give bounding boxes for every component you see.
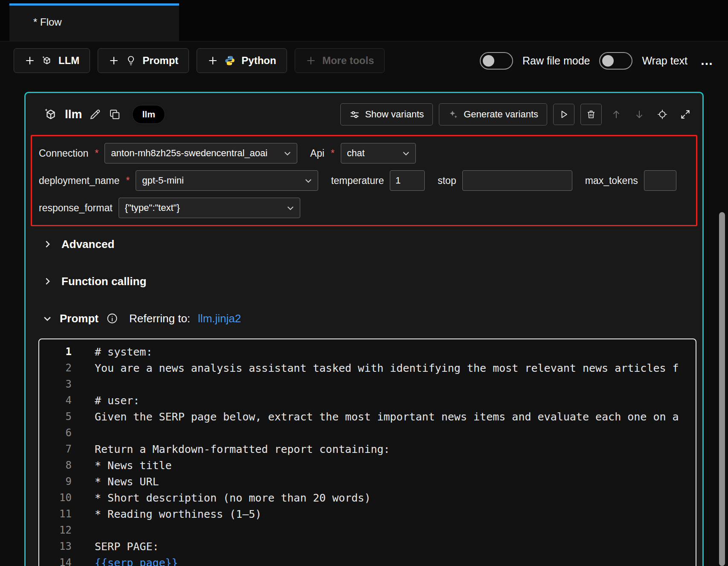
move-down-button [631, 106, 648, 123]
connection-select[interactable]: anton-mh8zh25s-swedencentral_aoai [104, 143, 297, 163]
stop-label: stop [438, 175, 456, 187]
deployment-name-value: gpt-5-mini [142, 175, 184, 186]
scrollbar-thumb[interactable] [719, 212, 725, 566]
line-text: Given the SERP page below, extract the m… [72, 411, 679, 423]
prompt-label: Prompt [60, 312, 99, 325]
edit-name-button[interactable] [89, 108, 102, 121]
deployment-name-select[interactable]: gpt-5-mini [136, 170, 318, 191]
jinja-file-link[interactable]: llm.jinja2 [198, 312, 241, 325]
show-variants-label: Show variants [365, 109, 424, 120]
generate-variants-label: Generate variants [464, 109, 538, 120]
expand-node-button[interactable] [677, 106, 694, 123]
run-node-button[interactable] [553, 104, 574, 125]
response-format-select[interactable]: {"type":"text"} [119, 198, 300, 218]
plus-icon [24, 55, 35, 66]
line-number: 1 [39, 346, 72, 358]
trash-icon [586, 109, 596, 120]
active-tab-accent [9, 3, 179, 6]
max-tokens-input[interactable] [644, 170, 676, 191]
line-text: # system: [72, 346, 152, 358]
llm-node-card: llm llm Show variants Generate variants [24, 92, 704, 566]
code-line[interactable]: 13 SERP PAGE: [39, 538, 696, 554]
temperature-input[interactable] [390, 170, 425, 191]
temperature-label: temperature [331, 175, 384, 187]
code-line[interactable]: 5 Given the SERP page below, extract the… [39, 408, 696, 425]
param-row-3: response_format {"type":"text"} [39, 198, 689, 218]
api-select[interactable]: chat [341, 143, 416, 163]
code-line[interactable]: 7 Return a Markdown-formatted report con… [39, 441, 696, 457]
raw-file-mode-toggle[interactable] [480, 52, 513, 70]
code-line[interactable]: 1 # system: [39, 344, 696, 360]
vertical-scrollbar[interactable] [718, 0, 726, 566]
show-variants-button[interactable]: Show variants [340, 103, 433, 125]
code-line[interactable]: 10 * Short description (no more than 20 … [39, 490, 696, 506]
more-tools-button: More tools [295, 48, 385, 73]
line-number: 14 [39, 557, 72, 566]
code-line[interactable]: 8 * News title [39, 457, 696, 473]
toggle-knob [602, 55, 614, 67]
info-icon[interactable] [106, 312, 118, 324]
add-python-label: Python [241, 55, 276, 67]
copy-icon [108, 108, 121, 121]
code-line[interactable]: 11 * Reading worthiness (1–5) [39, 506, 696, 522]
code-line[interactable]: 6 [39, 425, 696, 441]
required-marker: * [126, 175, 130, 187]
chevron-down-icon [304, 176, 313, 185]
expand-icon [680, 109, 691, 120]
generate-variants-button[interactable]: Generate variants [439, 103, 547, 125]
function-calling-label: Function calling [61, 275, 146, 288]
code-line[interactable]: 4 # user: [39, 392, 696, 408]
more-tools-label: More tools [322, 55, 374, 67]
param-row-1: Connection * anton-mh8zh25s-swedencentra… [39, 143, 689, 163]
line-text: * Reading worthiness (1–5) [72, 508, 261, 520]
llm-icon [41, 55, 52, 66]
python-icon [224, 55, 235, 66]
toggle-knob [483, 55, 494, 67]
advanced-section-toggle[interactable]: Advanced [26, 236, 702, 252]
stop-input[interactable] [462, 170, 572, 191]
node-type-badge: llm [132, 105, 165, 124]
line-number: 13 [39, 540, 72, 552]
add-llm-button[interactable]: LLM [14, 48, 90, 73]
line-number: 11 [39, 508, 72, 520]
arrow-up-icon [611, 109, 622, 120]
line-number: 5 [39, 411, 72, 423]
locate-node-button[interactable] [654, 106, 671, 123]
line-text: * Short description (no more than 20 wor… [72, 492, 371, 504]
tab-bar: * Flow [0, 0, 728, 41]
code-line[interactable]: 14 {{serp_page}} [39, 554, 696, 566]
copy-node-button[interactable] [108, 108, 121, 121]
function-calling-section-toggle[interactable]: Function calling [26, 274, 702, 289]
llm-icon [44, 107, 58, 122]
chevron-right-icon [43, 239, 52, 249]
required-marker: * [331, 148, 335, 159]
connection-label: Connection [39, 148, 88, 159]
advanced-label: Advanced [61, 238, 114, 251]
prompt-code-editor[interactable]: 1 # system: 2 You are a news analysis as… [38, 338, 696, 566]
wrap-text-toggle[interactable] [599, 52, 632, 70]
chevron-down-icon [283, 149, 292, 158]
code-line[interactable]: 3 [39, 376, 696, 392]
line-number: 8 [39, 459, 72, 471]
add-prompt-button[interactable]: Prompt [98, 48, 189, 73]
chevron-down-icon [402, 149, 410, 158]
delete-node-button[interactable] [580, 104, 602, 125]
template-variable: {{serp_page}} [72, 557, 178, 566]
code-line[interactable]: 2 You are a news analysis assistant task… [39, 360, 696, 376]
param-row-2: deployment_name * gpt-5-mini temperature… [39, 170, 689, 191]
node-title: llm [65, 108, 82, 121]
line-number: 12 [39, 524, 72, 536]
wrap-text-label: Wrap text [642, 55, 687, 67]
code-line[interactable]: 9 * News URL [39, 473, 696, 490]
tab-flow-label: * Flow [33, 16, 62, 28]
deployment-name-label: deployment_name [39, 175, 119, 187]
code-line[interactable]: 12 [39, 522, 696, 538]
tab-flow[interactable]: * Flow [9, 3, 179, 41]
add-python-button[interactable]: Python [197, 48, 287, 73]
line-text: You are a news analysis assistant tasked… [72, 362, 679, 374]
line-number: 6 [39, 427, 72, 439]
response-format-label: response_format [39, 202, 113, 214]
more-menu-button[interactable]: … [700, 53, 714, 68]
chevron-down-icon[interactable] [43, 314, 52, 323]
line-number: 9 [39, 476, 72, 487]
